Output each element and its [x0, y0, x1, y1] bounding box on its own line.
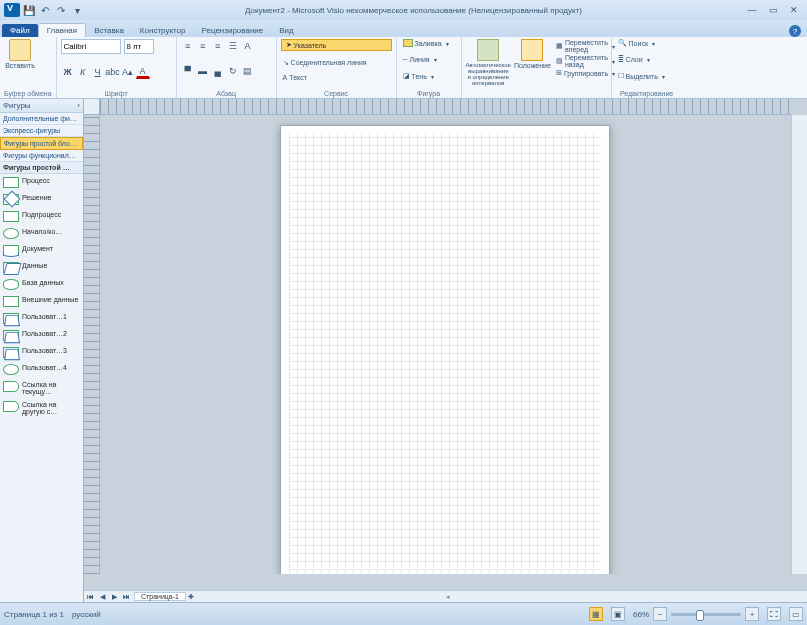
shape-item-label: Ссылка на текущу…	[22, 381, 80, 395]
align-center-icon[interactable]: ≡	[196, 39, 210, 53]
font-size-select[interactable]	[124, 39, 154, 54]
pointer-tool-button[interactable]: ➤Указатель	[281, 39, 392, 51]
bold-button[interactable]: Ж	[61, 65, 75, 79]
drawing-page[interactable]	[280, 125, 610, 574]
stencil-section[interactable]: Фигуры функционал…	[0, 150, 83, 162]
tab-insert[interactable]: Вставка	[86, 24, 132, 37]
indent-icon[interactable]: ▤	[241, 64, 255, 78]
font-grow-icon[interactable]: A▴	[121, 65, 135, 79]
text-tool-button[interactable]: AТекст	[281, 74, 392, 81]
underline-button[interactable]: Ч	[91, 65, 105, 79]
paste-icon	[9, 39, 31, 61]
group-icon: ⊞	[556, 69, 562, 77]
title-bar: 💾 ↶ ↷ ▾ Документ2 - Microsoft Visio неко…	[0, 0, 807, 20]
auto-align-button[interactable]: Автоматическое выравнивание и определени…	[466, 39, 511, 86]
close-button[interactable]: ✕	[785, 4, 803, 16]
stencil-section[interactable]: Экспресс-фигуры	[0, 125, 83, 137]
zoom-value[interactable]: 66%	[633, 610, 649, 619]
shape-item-label: Решение	[22, 194, 51, 201]
find-button[interactable]: 🔍Поиск	[616, 39, 678, 47]
pan-zoom-button[interactable]: ▭	[789, 607, 803, 621]
italic-button[interactable]: К	[76, 65, 90, 79]
spacing-icon[interactable]: A	[241, 39, 255, 53]
shape-item[interactable]: Пользоват…4	[0, 361, 83, 378]
horizontal-ruler[interactable]	[100, 99, 791, 115]
shape-item[interactable]: Внешние данные	[0, 293, 83, 310]
stencil-section[interactable]: Фигуры простой бло…	[0, 137, 83, 150]
back-label: Переместить назад	[565, 54, 608, 68]
auto-align-label: Автоматическое выравнивание и определени…	[466, 62, 511, 86]
rotate-icon[interactable]: ↻	[226, 64, 240, 78]
send-back-button[interactable]: ▧Переместить назад	[554, 54, 617, 68]
align-right-icon[interactable]: ≡	[211, 39, 225, 53]
shape-item[interactable]: Ссылка на текущу…	[0, 378, 83, 398]
minimize-button[interactable]: —	[743, 4, 761, 16]
page-nav-first[interactable]: ⏮	[84, 593, 96, 600]
vertical-ruler[interactable]	[84, 115, 100, 574]
shape-item[interactable]: Решение	[0, 191, 83, 208]
shadow-button[interactable]: ◪Тень	[401, 72, 457, 80]
add-page-button[interactable]: ✚	[188, 593, 194, 601]
tab-design[interactable]: Конструктор	[132, 24, 194, 37]
shape-item[interactable]: Пользоват…2	[0, 327, 83, 344]
tab-home[interactable]: Главная	[38, 23, 86, 37]
align-left-icon[interactable]: ≡	[181, 39, 195, 53]
view-fullscreen-button[interactable]: ▣	[611, 607, 625, 621]
shape-item[interactable]: Ссылка на другую с…	[0, 398, 83, 418]
fill-button[interactable]: Заливка	[401, 39, 457, 47]
stencil-section[interactable]: Дополнительные фи…	[0, 113, 83, 125]
front-icon: ▦	[556, 42, 563, 50]
page-nav-prev[interactable]: ◀	[96, 593, 108, 601]
status-language[interactable]: русский	[72, 610, 101, 619]
shape-item[interactable]: База данных	[0, 276, 83, 293]
bullets-icon[interactable]: ☰	[226, 39, 240, 53]
select-button[interactable]: ☐Выделить	[616, 72, 678, 80]
help-icon[interactable]: ?	[789, 25, 801, 37]
zoom-slider[interactable]	[671, 613, 741, 616]
valign-mid-icon[interactable]: ▬	[196, 64, 210, 78]
shape-item-label: Пользоват…3	[22, 347, 67, 354]
page-nav-last[interactable]: ⏭	[120, 593, 132, 600]
tab-review[interactable]: Рецензирование	[193, 24, 271, 37]
zoom-out-button[interactable]: −	[653, 607, 667, 621]
shape-item[interactable]: Данные	[0, 259, 83, 276]
qat-more-icon[interactable]: ▾	[70, 3, 84, 17]
strike-button[interactable]: abc	[106, 65, 120, 79]
chevron-left-icon[interactable]: ‹	[77, 101, 80, 110]
tab-file[interactable]: Файл	[2, 24, 38, 37]
shape-item[interactable]: Подпроцесс	[0, 208, 83, 225]
qat-save-icon[interactable]: 💾	[22, 3, 36, 17]
shape-item[interactable]: Процесс	[0, 174, 83, 191]
paste-button[interactable]: Вставить	[4, 39, 36, 69]
view-normal-button[interactable]: ▦	[589, 607, 603, 621]
zoom-in-button[interactable]: +	[745, 607, 759, 621]
bring-front-button[interactable]: ▦Переместить вперед	[554, 39, 617, 53]
text-icon: A	[283, 74, 288, 81]
fit-page-button[interactable]: ⛶	[767, 607, 781, 621]
group-button[interactable]: ⊞Группировать	[554, 69, 617, 77]
tab-view[interactable]: Вид	[271, 24, 301, 37]
vertical-scrollbar[interactable]	[791, 115, 807, 574]
connector-tool-button[interactable]: ↘Соединительная линия	[281, 59, 392, 67]
layers-button[interactable]: ≣Слои	[616, 56, 678, 64]
page-nav-next[interactable]: ▶	[108, 593, 120, 601]
shape-item[interactable]: Пользоват…1	[0, 310, 83, 327]
position-button[interactable]: Положение	[514, 39, 551, 69]
qat-undo-icon[interactable]: ↶	[38, 3, 52, 17]
drawing-stage[interactable]	[100, 115, 791, 574]
shape-item-label: Процесс	[22, 177, 50, 184]
maximize-button[interactable]: ▭	[764, 4, 782, 16]
shape-glyph-icon	[3, 296, 19, 307]
font-name-select[interactable]	[61, 39, 121, 54]
font-color-button[interactable]: A	[136, 65, 150, 79]
shape-item[interactable]: Документ	[0, 242, 83, 259]
page-tab-1[interactable]: Страница-1	[134, 592, 186, 601]
valign-bot-icon[interactable]: ▄	[211, 64, 225, 78]
shape-item[interactable]: Пользоват…3	[0, 344, 83, 361]
line-button[interactable]: ─Линия	[401, 56, 457, 63]
qat-redo-icon[interactable]: ↷	[54, 3, 68, 17]
group-clipboard: Вставить Буфер обмена	[0, 37, 57, 98]
valign-top-icon[interactable]: ▀	[181, 64, 195, 78]
select-label: Выделить	[626, 73, 658, 80]
shape-item[interactable]: Начало/ко…	[0, 225, 83, 242]
